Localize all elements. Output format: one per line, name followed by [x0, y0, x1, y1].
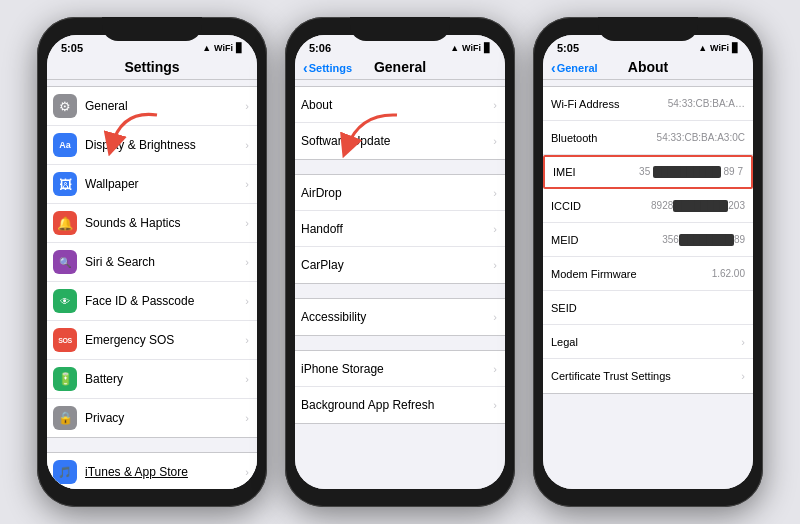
row-privacy[interactable]: 🔒 Privacy ›	[47, 399, 257, 437]
general-group-3: Accessibility ›	[295, 298, 505, 336]
phone-1: 5:05 ▲ WiFi ▊ Settings ⚙ General › Aa Di…	[37, 17, 267, 507]
wifi-address-value: 54:33:CB:BA:A…	[668, 98, 745, 109]
row-seid: SEID	[543, 291, 753, 325]
privacy-icon: 🔒	[53, 406, 77, 430]
meid-redacted: ████████	[679, 234, 734, 246]
back-chevron-3: ‹	[551, 60, 556, 76]
iccid-redacted: ████████	[673, 200, 728, 212]
phone-2: 5:06 ▲ WiFi ▊ ‹ Settings General About ›	[285, 17, 515, 507]
row-sounds[interactable]: 🔔 Sounds & Haptics ›	[47, 204, 257, 243]
imei-redacted: ██████████	[653, 166, 721, 178]
about-list: Wi-Fi Address 54:33:CB:BA:A… Bluetooth 5…	[543, 80, 753, 489]
row-about[interactable]: About ›	[295, 87, 505, 123]
section-group-itunes: 🎵 iTunes & App Store ›	[47, 452, 257, 489]
modem-value: 1.62.00	[712, 268, 745, 279]
general-chevron: ›	[245, 100, 249, 112]
nav-back-2[interactable]: ‹ Settings	[303, 60, 352, 76]
nav-bar-1: Settings	[47, 57, 257, 80]
wifi-icon-2: WiFi	[462, 43, 481, 53]
seid-label: SEID	[551, 302, 577, 314]
row-wifi-address: Wi-Fi Address 54:33:CB:BA:A…	[543, 87, 753, 121]
spacer-1	[47, 438, 257, 446]
handoff-chevron: ›	[493, 223, 497, 235]
meid-label: MEID	[551, 234, 579, 246]
privacy-chevron: ›	[245, 412, 249, 424]
row-legal[interactable]: Legal ›	[543, 325, 753, 359]
handoff-label: Handoff	[301, 222, 493, 236]
faceid-icon: 👁	[53, 289, 77, 313]
status-time-3: 5:05	[557, 42, 579, 54]
sos-chevron: ›	[245, 334, 249, 346]
battery-icon-2: ▊	[484, 43, 491, 53]
row-iphone-storage[interactable]: iPhone Storage ›	[295, 351, 505, 387]
row-cert-trust[interactable]: Certificate Trust Settings ›	[543, 359, 753, 393]
meid-value: 356████████89	[662, 234, 745, 246]
settings-list-1: ⚙ General › Aa Display & Brightness › 🖼 …	[47, 80, 257, 489]
row-carplay[interactable]: CarPlay ›	[295, 247, 505, 283]
siri-icon: 🔍	[53, 250, 77, 274]
row-itunes[interactable]: 🎵 iTunes & App Store ›	[47, 453, 257, 489]
legal-chevron: ›	[741, 336, 745, 348]
row-faceid[interactable]: 👁 Face ID & Passcode ›	[47, 282, 257, 321]
general-label: General	[85, 99, 245, 113]
itunes-chevron: ›	[245, 466, 249, 478]
carplay-chevron: ›	[493, 259, 497, 271]
legal-label: Legal	[551, 336, 578, 348]
row-battery[interactable]: 🔋 Battery ›	[47, 360, 257, 399]
row-display[interactable]: Aa Display & Brightness ›	[47, 126, 257, 165]
iccid-label: ICCID	[551, 200, 581, 212]
row-software[interactable]: Software Update ›	[295, 123, 505, 159]
wallpaper-icon: 🖼	[53, 172, 77, 196]
wifi-icon: WiFi	[214, 43, 233, 53]
bluetooth-value: 54:33:CB:BA:A3:0C	[657, 132, 745, 143]
general-group-2: AirDrop › Handoff › CarPlay ›	[295, 174, 505, 284]
battery-icon-row: 🔋	[53, 367, 77, 391]
general-list: About › Software Update › AirDrop › Hand…	[295, 80, 505, 489]
display-icon: Aa	[53, 133, 77, 157]
itunes-icon: 🎵	[53, 460, 77, 484]
row-bluetooth: Bluetooth 54:33:CB:BA:A3:0C	[543, 121, 753, 155]
software-chevron: ›	[493, 135, 497, 147]
row-bg-refresh[interactable]: Background App Refresh ›	[295, 387, 505, 423]
screen-1: 5:05 ▲ WiFi ▊ Settings ⚙ General › Aa Di…	[47, 35, 257, 489]
nav-title-2: General	[374, 59, 426, 75]
wallpaper-label: Wallpaper	[85, 177, 245, 191]
imei-label: IMEI	[553, 166, 576, 178]
sounds-label: Sounds & Haptics	[85, 216, 245, 230]
row-general[interactable]: ⚙ General ›	[47, 87, 257, 126]
bluetooth-label: Bluetooth	[551, 132, 597, 144]
siri-chevron: ›	[245, 256, 249, 268]
battery-label: Battery	[85, 372, 245, 386]
row-siri[interactable]: 🔍 Siri & Search ›	[47, 243, 257, 282]
row-accessibility[interactable]: Accessibility ›	[295, 299, 505, 335]
nav-bar-2: ‹ Settings General	[295, 57, 505, 80]
iphone-storage-label: iPhone Storage	[301, 362, 493, 376]
signal-icon: ▲	[202, 43, 211, 53]
itunes-label: iTunes & App Store	[85, 465, 245, 479]
bg-refresh-label: Background App Refresh	[301, 398, 493, 412]
cert-trust-chevron: ›	[741, 370, 745, 382]
about-chevron: ›	[493, 99, 497, 111]
row-wallpaper[interactable]: 🖼 Wallpaper ›	[47, 165, 257, 204]
sos-icon: SOS	[53, 328, 77, 352]
iccid-value: 8928████████203	[651, 200, 745, 212]
modem-label: Modem Firmware	[551, 268, 637, 280]
signal-icon-3: ▲	[698, 43, 707, 53]
row-airdrop[interactable]: AirDrop ›	[295, 175, 505, 211]
row-handoff[interactable]: Handoff ›	[295, 211, 505, 247]
display-chevron: ›	[245, 139, 249, 151]
general-group-1: About › Software Update ›	[295, 86, 505, 160]
sounds-icon: 🔔	[53, 211, 77, 235]
display-label: Display & Brightness	[85, 138, 245, 152]
nav-back-3[interactable]: ‹ General	[551, 60, 598, 76]
screen-3: 5:05 ▲ WiFi ▊ ‹ General About Wi-Fi Addr…	[543, 35, 753, 489]
software-label: Software Update	[301, 134, 493, 148]
general-icon: ⚙	[53, 94, 77, 118]
status-icons-1: ▲ WiFi ▊	[202, 43, 243, 53]
nav-bar-3: ‹ General About	[543, 57, 753, 80]
wallpaper-chevron: ›	[245, 178, 249, 190]
row-sos[interactable]: SOS Emergency SOS ›	[47, 321, 257, 360]
spacer-2b	[295, 284, 505, 292]
status-time-1: 5:05	[61, 42, 83, 54]
imei-value: 35 ██████████ 89 7	[639, 166, 743, 178]
